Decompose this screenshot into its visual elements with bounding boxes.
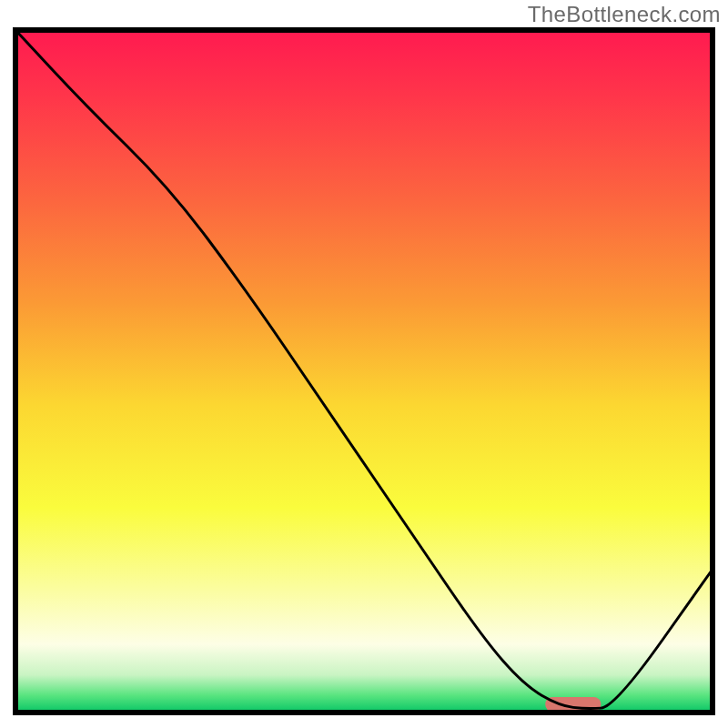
chart-frame: TheBottleneck.com: [0, 0, 728, 728]
bottleneck-chart: [13, 27, 715, 715]
svg-rect-0: [15, 30, 713, 713]
chart-svg: [13, 27, 715, 715]
watermark-text: TheBottleneck.com: [528, 2, 721, 27]
